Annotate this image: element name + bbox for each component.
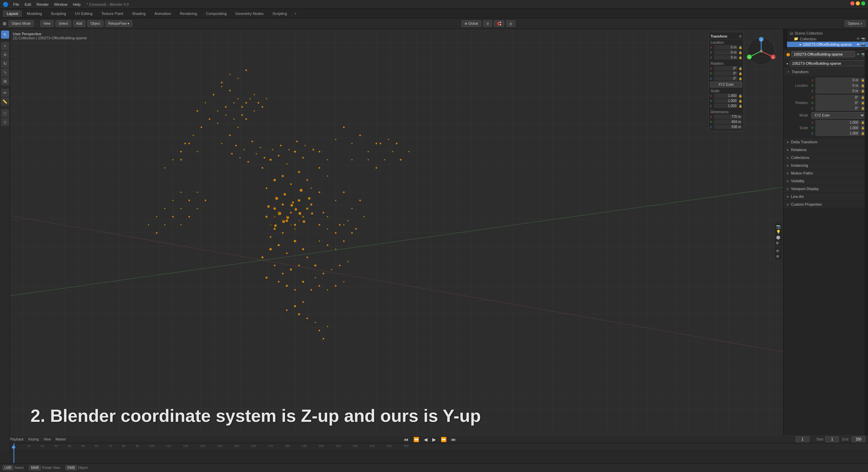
view-material-icon[interactable]: ⬤ <box>776 235 781 239</box>
view-camera-icon[interactable]: 📷 <box>776 224 781 228</box>
scale-z-value[interactable]: 1.000 <box>714 104 738 108</box>
loc-y-field[interactable]: 0 m <box>815 83 860 88</box>
collection-render-icon[interactable]: 📷 <box>861 37 865 41</box>
scale-x-value[interactable]: 1.000 <box>714 94 738 98</box>
tab-sculpting[interactable]: Sculpting <box>47 10 70 17</box>
custom-properties-header[interactable]: ▶ Custom Properties <box>784 201 868 208</box>
collections-header[interactable]: ▶ Collections <box>784 154 868 161</box>
relations-header[interactable]: ▶ Relations <box>784 146 868 153</box>
location-x-value[interactable]: 0 m <box>714 45 738 49</box>
dim-x-value[interactable]: 775 m <box>714 115 742 119</box>
tool-add-cube[interactable]: □ <box>1 109 9 117</box>
sx-lock[interactable]: 🔒 <box>738 94 742 98</box>
dim-z-value[interactable]: 538 m <box>714 125 742 129</box>
instancing-header[interactable]: ▶ Instancing <box>784 162 868 169</box>
rotation-mode-select[interactable]: XYZ Euler <box>811 112 865 119</box>
loc-z-field[interactable]: 0 m <box>815 88 860 94</box>
tab-compositing[interactable]: Compositing <box>202 10 231 17</box>
rot-y-field[interactable]: 0° <box>815 100 860 105</box>
rot-x-field[interactable]: 0° <box>815 95 860 100</box>
window-minimize-button[interactable] <box>856 1 860 5</box>
play-to-start-btn[interactable]: ⏮ <box>402 437 410 442</box>
tool-add-obj[interactable]: ◇ <box>1 118 9 126</box>
tool-measure[interactable]: 📏 <box>1 98 9 106</box>
data-name-field[interactable] <box>790 60 865 66</box>
rotation-y-value[interactable]: 0° <box>714 71 738 76</box>
tab-layout[interactable]: Layout <box>3 10 22 17</box>
tool-scale[interactable]: ⤡ <box>1 68 9 77</box>
sz-lock[interactable]: 🔒 <box>738 104 742 108</box>
tab-shading[interactable]: Shading <box>128 10 150 17</box>
step-back-btn[interactable]: ⏪ <box>412 437 420 442</box>
pivot-point[interactable]: ⊙ <box>483 20 492 27</box>
viewport-display-header[interactable]: ▶ Viewport Display <box>784 185 868 192</box>
menu-window[interactable]: Window <box>52 2 70 7</box>
delta-transform-header[interactable]: ▶ Delta Transform <box>784 138 868 146</box>
playback-menu[interactable]: Playback <box>8 437 25 442</box>
object-item-selected[interactable]: ● 100273-OfficeBuilding-sparse 👁 📷 <box>787 42 868 47</box>
object-menu[interactable]: Object <box>87 20 103 27</box>
menu-render[interactable]: Render <box>35 2 51 7</box>
sc-z-field[interactable]: 1.000 <box>815 131 860 136</box>
ry-lock[interactable]: 🔒 <box>738 72 742 75</box>
retopo-menu[interactable]: RetopoFlow ▾ <box>105 20 132 27</box>
properties-scrollbar[interactable] <box>865 29 868 435</box>
location-y-lock[interactable]: 🔒 <box>738 51 742 54</box>
view-menu-timeline[interactable]: View <box>42 437 52 442</box>
start-frame-input[interactable] <box>825 436 839 442</box>
add-workspace-button[interactable]: + <box>292 11 299 16</box>
options-button[interactable]: Options » <box>845 20 865 27</box>
tool-cursor[interactable]: + <box>1 42 9 50</box>
view-gizmo-icon[interactable]: ⊕ <box>776 254 781 258</box>
rz-lock[interactable]: 🔒 <box>738 77 742 80</box>
menu-edit[interactable]: Edit <box>23 2 33 7</box>
tab-geometry-nodes[interactable]: Geometry Nodes <box>231 10 268 17</box>
object-mode-dropdown[interactable]: Object Mode <box>8 20 34 27</box>
scale-y-value[interactable]: 1.000 <box>714 99 738 103</box>
proportional-edit[interactable]: ◎ <box>506 20 515 27</box>
object-eye-icon[interactable]: 👁 <box>856 43 860 46</box>
sc-y-field[interactable]: 1.000 <box>815 125 860 130</box>
sc-x-field[interactable]: 1.000 <box>815 120 860 125</box>
line-art-header[interactable]: ▶ Line Art <box>784 193 868 200</box>
tab-texture-paint[interactable]: Texture Paint <box>97 10 127 17</box>
view-overlay-icon[interactable]: ⊛ <box>776 248 781 253</box>
snap-toggle[interactable]: 🧲 <box>494 20 504 27</box>
select-menu[interactable]: Select <box>56 20 71 27</box>
location-z-value[interactable]: 0 m <box>714 55 738 60</box>
tool-transform[interactable]: ⊞ <box>1 77 9 85</box>
location-x-lock[interactable]: 🔒 <box>738 46 742 49</box>
rot-z-field[interactable]: 0° <box>815 106 860 111</box>
transform-section-header[interactable]: ▼ Transform <box>784 68 868 76</box>
visibility-header[interactable]: ▶ Visibility <box>784 177 868 185</box>
menu-file[interactable]: File <box>11 2 21 7</box>
rotation-z-value[interactable]: 0° <box>714 76 738 81</box>
step-forward-btn[interactable]: ⏩ <box>439 437 448 442</box>
keying-menu[interactable]: Keying <box>27 437 40 442</box>
tab-animation[interactable]: Animation <box>151 10 175 17</box>
collection-eye-icon[interactable]: 👁 <box>856 37 860 41</box>
tool-annotate[interactable]: ✏ <box>1 89 9 97</box>
add-menu[interactable]: Add <box>73 20 85 27</box>
window-maximize-button[interactable] <box>861 1 865 5</box>
object-render-icon[interactable]: 📷 <box>861 43 865 46</box>
rx-lock[interactable]: 🔒 <box>738 67 742 70</box>
object-visibility-icon[interactable]: 👁 <box>856 53 860 56</box>
tab-rendering[interactable]: Rendering <box>176 10 201 17</box>
play-to-end-btn[interactable]: ⏭ <box>450 437 457 442</box>
current-frame-input[interactable] <box>796 436 809 442</box>
viewport[interactable]: User Perspective (1) Collection | 100273… <box>10 29 783 453</box>
tool-select-box[interactable]: ↖ <box>1 30 9 39</box>
view-menu[interactable]: View <box>40 20 54 27</box>
loc-x-field[interactable]: 0 m <box>815 78 860 83</box>
transform-global-dropdown[interactable]: ⊕ Global <box>461 20 481 27</box>
menu-help[interactable]: Help <box>71 2 83 7</box>
timeline-ruler-content[interactable]: 1 10 20 30 40 50 60 70 80 90 100 110 120… <box>0 443 868 464</box>
dim-y-value[interactable]: 404 m <box>714 120 742 124</box>
tab-scripting[interactable]: Scripting <box>268 10 291 17</box>
rotation-mode-dropdown[interactable]: XYZ Euler <box>710 82 742 87</box>
location-y-value[interactable]: 0 m <box>714 50 738 55</box>
location-z-lock[interactable]: 🔒 <box>738 56 742 59</box>
tool-rotate[interactable]: ↻ <box>1 60 9 68</box>
object-name-field[interactable] <box>791 51 855 57</box>
